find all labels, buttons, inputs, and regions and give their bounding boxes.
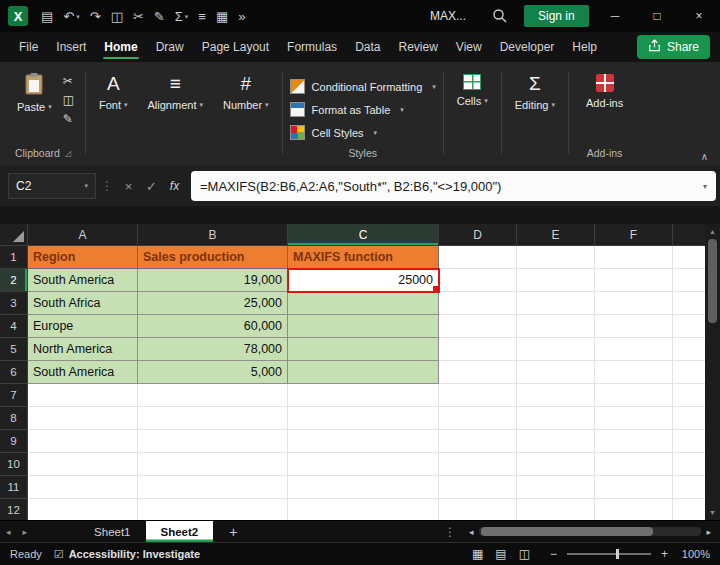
formula-input[interactable]: =MAXIFS(B2:B6,A2:A6,"South*", B2:B6,"<>1…: [191, 171, 716, 201]
scroll-up-icon[interactable]: ▲: [709, 224, 716, 239]
cell-A10[interactable]: [28, 453, 138, 476]
cell-C4[interactable]: [288, 315, 439, 338]
cut-icon[interactable]: ✂: [128, 8, 149, 25]
expand-formula-bar-icon[interactable]: ▾: [703, 182, 707, 191]
cell-B6[interactable]: 5,000: [138, 361, 288, 384]
cell-A7[interactable]: [28, 384, 138, 407]
zoom-in-button[interactable]: +: [657, 547, 672, 561]
cell-A12[interactable]: [28, 499, 138, 520]
cell-B3[interactable]: 25,000: [138, 292, 288, 315]
cell-B4[interactable]: 60,000: [138, 315, 288, 338]
chart-icon[interactable]: ▦: [211, 8, 233, 25]
cell-F3[interactable]: [595, 292, 673, 315]
cell-C9[interactable]: [288, 430, 439, 453]
cell-B2[interactable]: 19,000: [138, 269, 288, 292]
page-layout-view-icon[interactable]: ▤: [495, 547, 506, 561]
formula-bar-handle[interactable]: ⋮: [101, 179, 113, 193]
row-header-4[interactable]: 4: [0, 315, 28, 338]
cut-icon[interactable]: ✂: [63, 75, 74, 87]
clipboard-icon[interactable]: ◫: [106, 8, 128, 25]
redo-icon[interactable]: ↷: [85, 8, 106, 25]
cell-partial[interactable]: [673, 361, 705, 384]
undo-icon[interactable]: ↶▾: [58, 8, 84, 25]
ribbon-tab-formulas[interactable]: Formulas: [278, 32, 346, 62]
cell-E6[interactable]: [517, 361, 595, 384]
ribbon-tab-help[interactable]: Help: [563, 32, 606, 62]
cell-B7[interactable]: [138, 384, 288, 407]
more-commands-icon[interactable]: »: [233, 8, 250, 25]
cell-A8[interactable]: [28, 407, 138, 430]
cell-F7[interactable]: [595, 384, 673, 407]
scroll-down-icon[interactable]: ▼: [709, 505, 716, 520]
cell-C5[interactable]: [288, 338, 439, 361]
cell-F12[interactable]: [595, 499, 673, 520]
cell-B11[interactable]: [138, 476, 288, 499]
insert-function-icon[interactable]: fx: [164, 179, 185, 194]
sign-in-button[interactable]: Sign in: [524, 5, 589, 27]
row-header-9[interactable]: 9: [0, 430, 28, 453]
copy-icon[interactable]: ◫: [63, 94, 74, 106]
ribbon-tab-data[interactable]: Data: [346, 32, 389, 62]
horizontal-scrollbar-thumb[interactable]: [481, 527, 653, 536]
cell-D10[interactable]: [439, 453, 517, 476]
cell-E4[interactable]: [517, 315, 595, 338]
ribbon-tab-developer[interactable]: Developer: [491, 32, 564, 62]
cell-A11[interactable]: [28, 476, 138, 499]
cell-E9[interactable]: [517, 430, 595, 453]
cell-E12[interactable]: [517, 499, 595, 520]
row-header-11[interactable]: 11: [0, 476, 28, 499]
cell-D7[interactable]: [439, 384, 517, 407]
cell-E3[interactable]: [517, 292, 595, 315]
cell-D5[interactable]: [439, 338, 517, 361]
cell-A1[interactable]: Region: [28, 246, 138, 269]
cell-C12[interactable]: [288, 499, 439, 520]
new-sheet-button[interactable]: +: [229, 524, 237, 540]
minimize-button[interactable]: ─: [594, 0, 636, 32]
sheet-tab-sheet2[interactable]: Sheet2: [146, 521, 214, 542]
ribbon-tab-review[interactable]: Review: [389, 32, 446, 62]
vertical-scrollbar-thumb[interactable]: [708, 239, 717, 323]
cell-A2[interactable]: South America: [28, 269, 138, 292]
cell-F11[interactable]: [595, 476, 673, 499]
cell-A6[interactable]: South America: [28, 361, 138, 384]
cell-D4[interactable]: [439, 315, 517, 338]
cell-C1[interactable]: MAXIFS function: [288, 246, 439, 269]
cell-D12[interactable]: [439, 499, 517, 520]
row-header-8[interactable]: 8: [0, 407, 28, 430]
name-box[interactable]: C2 ▾: [8, 173, 96, 199]
format-as-table-button[interactable]: Format as Table▾: [290, 99, 436, 120]
cell-D2[interactable]: [439, 269, 517, 292]
page-break-preview-icon[interactable]: ◫: [519, 547, 530, 561]
cell-F2[interactable]: [595, 269, 673, 292]
column-header-c[interactable]: C: [288, 224, 439, 246]
cell-D6[interactable]: [439, 361, 517, 384]
cell-C10[interactable]: [288, 453, 439, 476]
save-icon[interactable]: ▤: [36, 8, 58, 25]
cell-B1[interactable]: Sales production: [138, 246, 288, 269]
row-header-6[interactable]: 6: [0, 361, 28, 384]
close-button[interactable]: ×: [678, 0, 720, 32]
cell-E11[interactable]: [517, 476, 595, 499]
column-header-d[interactable]: D: [439, 224, 517, 246]
cell-B8[interactable]: [138, 407, 288, 430]
row-header-2[interactable]: 2: [0, 269, 28, 292]
cell-partial[interactable]: [673, 430, 705, 453]
addins-button[interactable]: Add-ins: [576, 68, 633, 109]
cell-styles-button[interactable]: Cell Styles▾: [290, 122, 436, 143]
maximize-button[interactable]: □: [636, 0, 678, 32]
sheet-nav-left-icon[interactable]: ◂: [0, 527, 17, 537]
cell-partial[interactable]: [673, 499, 705, 520]
cell-F9[interactable]: [595, 430, 673, 453]
format-painter-icon[interactable]: ✎: [63, 113, 74, 125]
zoom-slider[interactable]: [567, 553, 651, 555]
ribbon-tab-view[interactable]: View: [447, 32, 491, 62]
column-header-f[interactable]: F: [595, 224, 673, 246]
cell-C8[interactable]: [288, 407, 439, 430]
autosum-icon[interactable]: Σ▾: [170, 8, 194, 25]
cell-partial[interactable]: [673, 315, 705, 338]
cell-C2[interactable]: 25000: [288, 269, 439, 292]
cell-F6[interactable]: [595, 361, 673, 384]
cell-A9[interactable]: [28, 430, 138, 453]
row-header-7[interactable]: 7: [0, 384, 28, 407]
collapse-ribbon-icon[interactable]: ∧: [701, 151, 708, 162]
